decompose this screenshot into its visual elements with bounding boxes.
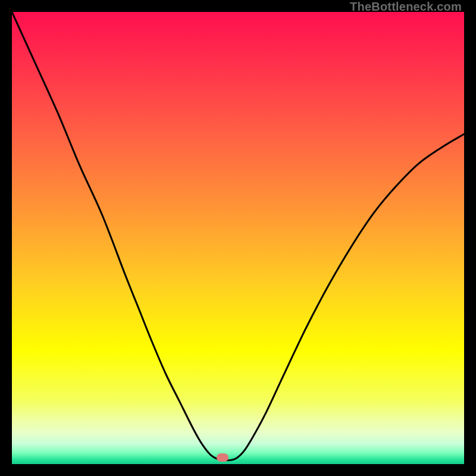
optimal-point-marker	[217, 453, 228, 462]
chart-frame: TheBottleneck.com	[0, 0, 476, 476]
bottleneck-curve	[12, 12, 464, 464]
plot-area	[12, 12, 464, 464]
